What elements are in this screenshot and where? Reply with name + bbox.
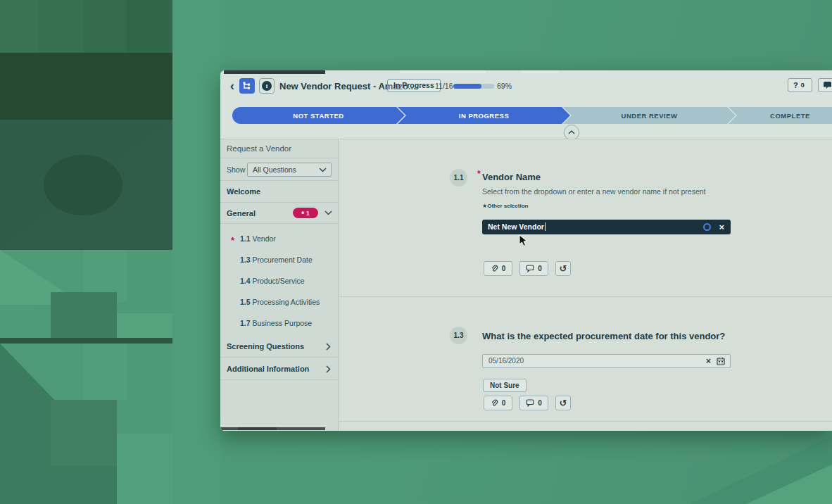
- stage-in-progress[interactable]: IN PROGRESS: [398, 107, 570, 124]
- show-questions-dropdown[interactable]: All Questions: [247, 163, 332, 177]
- sidebar-item-1-7-business-purpose[interactable]: 1.7 Business Purpose: [220, 313, 338, 334]
- question-icon: ?: [793, 81, 798, 89]
- comment-bubble-icon: [526, 399, 534, 407]
- sidebar-item-1-1-vendor[interactable]: * 1.1 Vendor: [220, 228, 338, 249]
- paperclip-icon: [491, 399, 498, 407]
- attachments-button[interactable]: 0: [484, 261, 512, 276]
- required-count-badge: * 1: [293, 208, 318, 218]
- sidebar-item-1-4-product-service[interactable]: 1.4 Product/Service: [220, 270, 338, 291]
- chevron-down-icon: [324, 210, 332, 215]
- comment-flag-icon: [824, 82, 831, 89]
- workflow-tree-button[interactable]: [239, 78, 255, 94]
- general-children: * 1.1 Vendor 1.3 Procurement Date 1.4 Pr…: [220, 228, 338, 334]
- info-icon: i: [262, 81, 272, 91]
- question-title: What is the expected procurement date fo…: [482, 331, 725, 341]
- sidebar-item-welcome[interactable]: Welcome: [220, 181, 338, 203]
- window-header: ‹ i New Vendor Request - Amazo... In Pro…: [220, 74, 832, 104]
- asterisk-icon: *: [301, 212, 304, 218]
- question-number-badge: 1.3: [450, 327, 467, 344]
- paperclip-icon: [491, 265, 498, 272]
- history-button[interactable]: ↺: [555, 261, 571, 276]
- back-chevron-icon[interactable]: ‹: [226, 77, 239, 94]
- sidebar-item-general[interactable]: General * 1: [220, 203, 338, 224]
- stage-complete[interactable]: COMPLETE: [729, 107, 832, 124]
- sidebar-item-1-3-procurement-date[interactable]: 1.3 Procurement Date: [220, 249, 338, 270]
- comment-bubble-icon: [526, 265, 534, 272]
- attachments-button[interactable]: 0: [484, 396, 512, 410]
- history-icon: ↺: [560, 396, 567, 410]
- procurement-date-input[interactable]: 05/16/2020 ×: [482, 354, 731, 368]
- stage-not-started[interactable]: NOT STARTED: [232, 107, 405, 124]
- notes-button[interactable]: 0: [818, 78, 832, 92]
- spinner-ring-icon: [703, 223, 711, 231]
- not-sure-button[interactable]: Not Sure: [483, 379, 527, 392]
- clear-date-icon[interactable]: ×: [706, 355, 711, 367]
- progress-percent: 69%: [497, 82, 512, 90]
- sidebar-item-1-5-processing-activities[interactable]: 1.5 Processing Activities: [220, 291, 338, 313]
- status-badge: In Progress: [387, 79, 441, 92]
- question-number-badge: 1.1: [450, 169, 467, 187]
- comments-button[interactable]: 0: [519, 396, 548, 410]
- sidebar-item-screening-questions[interactable]: Screening Questions: [220, 335, 338, 358]
- required-asterisk-icon: *: [231, 230, 234, 251]
- workflow-tree-icon: [243, 82, 251, 90]
- sidebar-item-additional-information[interactable]: Additional Information: [220, 358, 338, 380]
- workflow-stage-bar: NOT STARTED IN PROGRESS UNDER REVIEW COM…: [232, 107, 832, 124]
- question-nav-sidebar: Request a Vendor Show All Questions Welc…: [220, 139, 339, 431]
- calendar-icon[interactable]: [717, 357, 725, 365]
- collapse-stagebar-button[interactable]: [564, 125, 579, 140]
- required-asterisk-icon: *: [477, 169, 481, 179]
- chevron-right-icon: [326, 365, 331, 373]
- show-label: Show: [227, 165, 245, 174]
- section-divider: [339, 421, 832, 422]
- show-filter-row: Show All Questions: [220, 158, 338, 181]
- vendor-name-input[interactable]: Net New Vendor ×: [482, 220, 731, 234]
- history-icon: ↺: [560, 262, 567, 275]
- progress-count: 11/16: [435, 82, 453, 90]
- chevron-up-icon: [568, 130, 575, 134]
- other-selection-tag: ★Other selection: [482, 203, 528, 209]
- app-window: ‹ i New Vendor Request - Amazo... In Pro…: [220, 70, 832, 431]
- question-description: Select from the dropdown or enter a new …: [482, 187, 706, 196]
- progress-fill: [453, 84, 481, 89]
- mouse-cursor: [519, 234, 528, 247]
- section-divider: [339, 296, 832, 297]
- text-caret: [545, 222, 546, 231]
- history-button[interactable]: ↺: [555, 396, 571, 410]
- chevron-right-icon: [326, 343, 331, 351]
- info-button[interactable]: i: [259, 78, 275, 94]
- stage-under-review[interactable]: UNDER REVIEW: [563, 107, 736, 124]
- sidebar-title: Request a Vendor: [220, 139, 338, 158]
- chevron-down-icon: [319, 168, 327, 172]
- question-title: * Vendor Name: [482, 172, 541, 182]
- question-content-panel: 1.1 * Vendor Name Select from the dropdo…: [339, 139, 832, 431]
- desktop: ‹ i New Vendor Request - Amazo... In Pro…: [0, 0, 832, 504]
- help-button[interactable]: ? 0: [788, 78, 812, 92]
- clear-input-icon[interactable]: ×: [719, 220, 724, 234]
- progress-bar: [453, 84, 494, 89]
- sidebar-bottom-strip: [220, 427, 325, 430]
- comments-button[interactable]: 0: [519, 261, 548, 276]
